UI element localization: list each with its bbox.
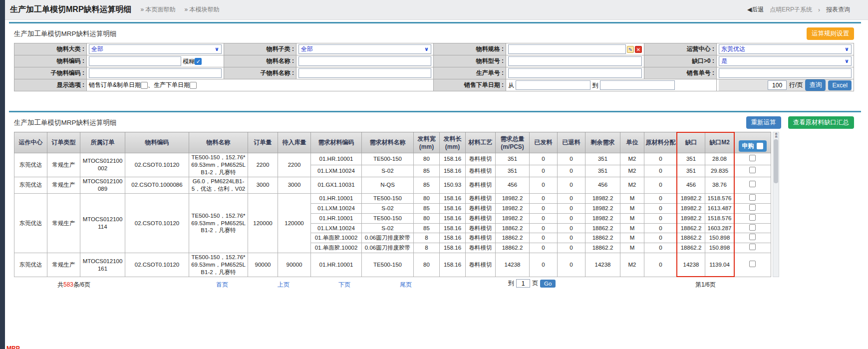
go-button[interactable]: Go [540, 280, 556, 288]
excel-export-button[interactable]: Excel [828, 80, 852, 90]
raw-material-alloc-link[interactable]: 0 [644, 233, 677, 243]
sales-order-date-checkbox[interactable] [141, 82, 148, 89]
purchase-checkbox[interactable] [749, 224, 756, 231]
issue-width-cell: 85 [414, 223, 440, 233]
scrollbar-thumb[interactable] [774, 139, 778, 183]
raw-material-alloc-link[interactable]: 0 [644, 165, 677, 177]
scroll-top-icon[interactable]: «« [774, 132, 778, 138]
last-page-link[interactable]: 尾页 [400, 281, 412, 289]
returned-cell: 0 [558, 165, 585, 177]
pagination-bar: 共583条/6页 首页 上页 下页 尾页 到 页 Go 第1/6页 [14, 279, 771, 292]
result-section-title: 生产加工单模切MRP缺料运算明细 [14, 118, 117, 127]
purchase-checkbox[interactable] [749, 244, 756, 250]
display-options-label: 显示选项 : [14, 79, 87, 91]
spec-clear-icon[interactable]: ✕ [635, 46, 642, 53]
process-cell: 卷料模切 [466, 165, 496, 177]
purchase-button[interactable]: 申购 [739, 140, 767, 152]
returned-cell: 0 [558, 177, 585, 193]
spec-picker-icon[interactable]: ✎ [627, 46, 634, 53]
breadcrumb-current: 报表查询 [826, 5, 850, 14]
purchase-header-cell: 申购 [734, 132, 771, 153]
column-header-9: 发料宽 (mm) [414, 132, 440, 153]
req-material-code-cell: 01.LXM.10024 [311, 165, 362, 177]
material-subclass-label: 物料子类 : [224, 43, 296, 55]
column-header-1: 订单类型 [47, 132, 80, 153]
page-size-input[interactable] [768, 80, 787, 90]
sales-date-to-input[interactable] [600, 80, 675, 90]
search-button[interactable]: 查询 [805, 79, 826, 91]
column-header-0: 运作中心 [14, 132, 47, 153]
sub-material-name-input[interactable] [298, 68, 431, 78]
material-spec-input[interactable] [508, 44, 626, 54]
fuzzy-checkbox[interactable]: ✓ [195, 58, 202, 65]
gap-cell: 18982.2 [677, 203, 705, 213]
order-no-link[interactable]: MTOCS012100161 [80, 253, 125, 277]
purchase-checkbox[interactable] [749, 194, 756, 201]
material-subclass-select[interactable]: 全部∨ [298, 44, 431, 54]
sales-date-from-input[interactable] [516, 80, 590, 90]
back-button[interactable]: ◀后退 [747, 5, 764, 14]
issued-cell: 0 [530, 243, 558, 253]
prod-order-date-checkbox[interactable] [190, 82, 197, 89]
recalculate-button[interactable]: 重新运算 [746, 116, 781, 129]
material-name-input[interactable] [298, 56, 431, 66]
op-center-value: 东莞优达 [721, 45, 745, 53]
raw-material-alloc-link[interactable]: 0 [644, 223, 677, 233]
gap-m2-cell: 1613.487 [705, 203, 734, 213]
raw-material-alloc-link[interactable]: 0 [644, 253, 677, 277]
purchase-checkbox[interactable] [749, 155, 756, 161]
total-demand-cell: 18862.2 [496, 243, 530, 253]
raw-material-alloc-link[interactable]: 0 [644, 213, 677, 223]
first-page-link[interactable]: 首页 [216, 281, 228, 289]
mrp-table: 运作中心订单类型所属订单物料编码物料名称订单量待入库量需求材料编码需求材料名称发… [14, 132, 771, 277]
op-center-select[interactable]: 东莞优达∨ [719, 44, 852, 54]
chevron-down-icon: ∨ [215, 46, 219, 52]
prev-page-link[interactable]: 上页 [278, 281, 289, 289]
req-material-code-cell: 01.LXM.10024 [311, 223, 362, 233]
back-icon: ◀ [747, 6, 752, 13]
purchase-checkbox[interactable] [749, 234, 756, 240]
material-class-select[interactable]: 全部∨ [89, 44, 222, 54]
table-scrollbar[interactable]: «« [773, 132, 779, 277]
raw-material-alloc-link[interactable]: 0 [644, 203, 677, 213]
next-page-link[interactable]: 下页 [338, 281, 350, 289]
gap-gt0-select[interactable]: 是∨ [719, 56, 852, 66]
purchase-checkbox[interactable] [749, 214, 756, 221]
raw-material-alloc-link[interactable]: 0 [644, 177, 677, 193]
gap-m2-cell: 29.835 [705, 165, 734, 177]
goto-page-input[interactable] [516, 279, 530, 288]
gap-cell: 351 [677, 165, 705, 177]
issue-width-cell: 8 [414, 233, 440, 243]
raw-material-alloc-link[interactable]: 0 [644, 153, 677, 165]
material-class-label: 物料大类 : [14, 43, 87, 55]
raw-material-alloc-link[interactable]: 0 [644, 193, 677, 203]
purchase-checkbox-cell [734, 253, 771, 277]
issue-length-cell: 158.16 [440, 153, 466, 165]
order-no-link[interactable]: MTOCS012100114 [80, 193, 125, 253]
purchase-checkbox[interactable] [749, 181, 756, 187]
calc-rules-settings-button[interactable]: 运算规则设置 [807, 27, 854, 40]
purchase-toggle-checkbox[interactable] [757, 143, 763, 149]
sales-order-input[interactable] [719, 68, 852, 78]
prod-order-label: 生产单号 : [434, 67, 506, 79]
column-header-8: 需求材料名称 [362, 132, 414, 153]
unit-cell: M [620, 243, 644, 253]
order-qty-cell: 90000 [248, 253, 278, 277]
breadcrumb-system[interactable]: 点晴ERP子系统 [770, 5, 812, 14]
prod-order-input[interactable] [508, 68, 642, 78]
returned-cell: 0 [558, 233, 585, 243]
req-material-name-cell: 0.06圆刀排废胶带 [362, 243, 414, 253]
purchase-checkbox[interactable] [749, 204, 756, 211]
raw-material-gap-summary-button[interactable]: 查看原材料缺口汇总 [788, 116, 855, 129]
module-help-link[interactable]: » 本模块帮助 [185, 5, 220, 14]
purchase-checkbox-cell [734, 165, 771, 177]
material-model-input[interactable] [508, 56, 642, 66]
raw-material-alloc-link[interactable]: 0 [644, 243, 677, 253]
purchase-checkbox[interactable] [749, 167, 756, 173]
material-code-input[interactable] [89, 56, 181, 66]
order-no-link[interactable]: MTOCS012100089 [80, 177, 125, 193]
purchase-checkbox[interactable] [749, 261, 756, 267]
page-help-link[interactable]: » 本页面帮助 [141, 5, 176, 14]
order-no-link[interactable]: MTOCS012100002 [80, 153, 125, 177]
sub-material-code-input[interactable] [89, 68, 222, 78]
